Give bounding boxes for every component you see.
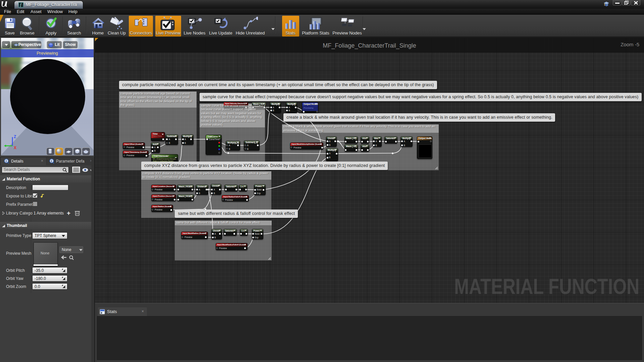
svg-text:i: i: [51, 159, 52, 163]
svg-text:X: X: [14, 145, 16, 149]
svg-text:Z: Z: [14, 134, 16, 139]
svg-text:i: i: [6, 159, 7, 163]
